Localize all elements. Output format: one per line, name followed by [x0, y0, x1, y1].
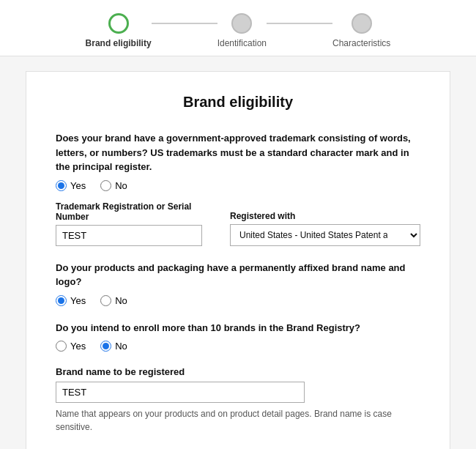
- registered-with-group: Registered with United States - United S…: [230, 211, 420, 246]
- question-block-1: Does your brand have a government-approv…: [56, 131, 420, 246]
- q2-radio-group: Yes No: [56, 295, 420, 306]
- q2-yes-text: Yes: [70, 295, 86, 306]
- content-card: Brand eligibility Does your brand have a…: [26, 71, 450, 449]
- q1-no-text: No: [115, 180, 127, 191]
- q2-no-radio[interactable]: [100, 295, 111, 306]
- registered-with-select[interactable]: United States - United States Patent and…: [230, 224, 420, 246]
- step3-circle: [352, 13, 372, 34]
- q3-radio-group: Yes No: [56, 341, 420, 352]
- trademark-fields-row: Trademark Registration or Serial Number …: [56, 201, 420, 246]
- q2-text: Do your products and packaging have a pe…: [56, 261, 420, 289]
- step-connector-1: [152, 23, 217, 24]
- step-connector-2: [267, 23, 332, 24]
- q3-no-text: No: [115, 341, 127, 352]
- step3-label: Characteristics: [332, 38, 390, 48]
- q2-yes-radio[interactable]: [56, 295, 67, 306]
- q3-no-radio[interactable]: [100, 341, 111, 352]
- step-identification: Identification: [217, 13, 267, 48]
- step1-label: Brand eligibility: [86, 38, 152, 48]
- q1-no-label[interactable]: No: [100, 180, 127, 191]
- q2-no-text: No: [115, 295, 127, 306]
- question-block-3: Do you intend to enroll more than 10 bra…: [56, 321, 420, 352]
- registered-with-label: Registered with: [230, 211, 420, 221]
- q2-yes-label[interactable]: Yes: [56, 295, 86, 306]
- q1-radio-group: Yes No: [56, 180, 420, 191]
- trademark-reg-input[interactable]: [56, 225, 202, 246]
- brand-name-block: Brand name to be registered Name that ap…: [56, 366, 420, 434]
- step2-circle: [231, 13, 252, 34]
- step-characteristics: Characteristics: [332, 13, 390, 48]
- step-brand-eligibility: Brand eligibility: [86, 13, 152, 48]
- brand-name-label: Brand name to be registered: [56, 366, 420, 377]
- q2-no-label[interactable]: No: [100, 295, 127, 306]
- page-title: Brand eligibility: [56, 94, 420, 111]
- brand-name-hint: Name that appears on your products and o…: [56, 407, 420, 434]
- q3-text: Do you intend to enroll more than 10 bra…: [56, 321, 420, 335]
- page-wrapper: Brand eligibility Identification Charact…: [0, 0, 476, 449]
- stepper: Brand eligibility Identification Charact…: [0, 0, 476, 56]
- q1-text: Does your brand have a government-approv…: [56, 131, 420, 174]
- q1-no-radio[interactable]: [100, 180, 111, 191]
- q3-no-label[interactable]: No: [100, 341, 127, 352]
- q3-yes-radio[interactable]: [56, 341, 67, 352]
- step1-circle: [108, 13, 129, 34]
- step2-label: Identification: [217, 38, 267, 48]
- trademark-reg-group: Trademark Registration or Serial Number: [56, 201, 215, 246]
- q1-yes-text: Yes: [70, 180, 86, 191]
- brand-name-input[interactable]: [56, 382, 305, 403]
- question-block-2: Do your products and packaging have a pe…: [56, 261, 420, 306]
- q3-yes-text: Yes: [70, 341, 86, 352]
- q1-yes-radio[interactable]: [56, 180, 67, 191]
- trademark-reg-label: Trademark Registration or Serial Number: [56, 201, 215, 222]
- q1-yes-label[interactable]: Yes: [56, 180, 86, 191]
- q3-yes-label[interactable]: Yes: [56, 341, 86, 352]
